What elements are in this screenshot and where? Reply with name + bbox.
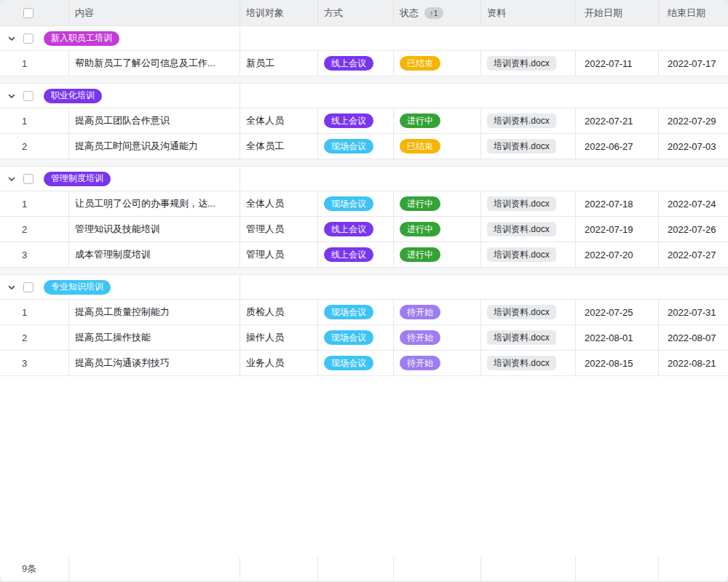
file-cell[interactable]: 培训资料.docx: [481, 325, 576, 350]
end-date-cell[interactable]: 2022-08-07: [659, 325, 728, 350]
row-number-cell[interactable]: 2: [0, 134, 69, 159]
row-number-cell[interactable]: 3: [0, 351, 69, 375]
start-date-cell[interactable]: 2022-07-18: [576, 191, 659, 216]
file-chip[interactable]: 培训资料.docx: [487, 305, 556, 319]
file-chip[interactable]: 培训资料.docx: [487, 222, 556, 236]
file-chip[interactable]: 培训资料.docx: [487, 56, 556, 71]
row-number-cell[interactable]: 2: [0, 325, 69, 350]
content-cell[interactable]: 提高员工沟通谈判技巧: [69, 351, 240, 375]
file-chip[interactable]: 培训资料.docx: [487, 330, 556, 345]
column-header-content[interactable]: 内容: [69, 0, 240, 25]
group-checkbox[interactable]: [23, 33, 33, 44]
content-cell[interactable]: 提高员工质量控制能力: [69, 300, 240, 324]
column-header-start-date[interactable]: 开始日期: [576, 0, 659, 25]
file-cell[interactable]: 培训资料.docx: [481, 300, 576, 324]
file-chip[interactable]: 培训资料.docx: [487, 247, 556, 262]
column-header-status[interactable]: 状态↑1: [394, 0, 481, 25]
content-cell[interactable]: 提高员工操作技能: [69, 325, 240, 350]
status-cell[interactable]: 待开始: [394, 300, 481, 324]
group-badge[interactable]: 职业化培训: [44, 89, 102, 103]
target-cell[interactable]: 管理人员: [240, 242, 318, 267]
sort-badge[interactable]: ↑1: [424, 7, 443, 19]
target-cell[interactable]: 新员工: [240, 51, 318, 76]
target-cell[interactable]: 全体人员: [240, 108, 318, 133]
end-date-cell[interactable]: 2022-07-17: [659, 51, 728, 76]
file-cell[interactable]: 培训资料.docx: [481, 51, 576, 76]
content-cell[interactable]: 提高员工时间意识及沟通能力: [69, 134, 240, 159]
file-cell[interactable]: 培训资料.docx: [481, 191, 576, 216]
select-all-checkbox[interactable]: [23, 8, 33, 18]
status-cell[interactable]: 进行中: [394, 217, 481, 242]
content-cell[interactable]: 让员工明了公司的办事规则，达...: [69, 191, 240, 216]
start-date-cell[interactable]: 2022-07-19: [576, 217, 659, 242]
method-cell[interactable]: 现场会议: [318, 191, 394, 216]
start-date-cell[interactable]: 2022-07-25: [576, 300, 659, 324]
file-cell[interactable]: 培训资料.docx: [481, 217, 576, 242]
group-checkbox[interactable]: [23, 91, 33, 101]
start-date-cell[interactable]: 2022-07-11: [576, 51, 659, 76]
row-number-cell[interactable]: 1: [0, 191, 69, 216]
file-chip[interactable]: 培训资料.docx: [487, 113, 556, 128]
content-cell[interactable]: 成本管理制度培训: [69, 242, 240, 267]
method-cell[interactable]: 线上会议: [318, 108, 394, 133]
row-number-cell[interactable]: 1: [0, 51, 69, 76]
column-header-end-date[interactable]: 结束日期: [659, 0, 728, 25]
end-date-cell[interactable]: 2022-07-31: [659, 300, 728, 324]
method-cell[interactable]: 现场会议: [318, 325, 394, 350]
file-cell[interactable]: 培训资料.docx: [481, 134, 576, 159]
content-cell[interactable]: 管理知识及技能培训: [69, 217, 240, 242]
target-cell[interactable]: 全体员工: [240, 134, 318, 159]
row-number-cell[interactable]: 1: [0, 300, 69, 324]
target-cell[interactable]: 操作人员: [240, 325, 318, 350]
method-cell[interactable]: 现场会议: [318, 134, 394, 159]
file-cell[interactable]: 培训资料.docx: [481, 351, 576, 375]
content-cell[interactable]: 提高员工团队合作意识: [69, 108, 240, 133]
status-cell[interactable]: 待开始: [394, 325, 481, 350]
status-cell[interactable]: 进行中: [394, 242, 481, 267]
chevron-down-icon[interactable]: [7, 34, 16, 43]
end-date-cell[interactable]: 2022-07-03: [659, 134, 728, 159]
content-cell[interactable]: 帮助新员工了解公司信息及工作...: [69, 51, 240, 76]
group-badge[interactable]: 新入职员工培训: [44, 31, 119, 46]
group-badge[interactable]: 管理制度培训: [44, 172, 111, 186]
file-chip[interactable]: 培训资料.docx: [487, 356, 556, 370]
status-cell[interactable]: 已结束: [394, 51, 481, 76]
method-cell[interactable]: 现场会议: [318, 351, 394, 375]
end-date-cell[interactable]: 2022-07-27: [659, 242, 728, 267]
row-number-cell[interactable]: 1: [0, 108, 69, 133]
end-date-cell[interactable]: 2022-07-29: [659, 108, 728, 133]
group-badge[interactable]: 专业知识培训: [44, 280, 111, 295]
file-chip[interactable]: 培训资料.docx: [487, 196, 556, 211]
start-date-cell[interactable]: 2022-06-27: [576, 134, 659, 159]
column-header-target[interactable]: 培训对象: [240, 0, 318, 25]
file-chip[interactable]: 培训资料.docx: [487, 139, 556, 154]
status-cell[interactable]: 待开始: [394, 351, 481, 375]
end-date-cell[interactable]: 2022-07-26: [659, 217, 728, 242]
method-cell[interactable]: 线上会议: [318, 242, 394, 267]
status-cell[interactable]: 进行中: [394, 191, 481, 216]
chevron-down-icon[interactable]: [7, 92, 16, 100]
start-date-cell[interactable]: 2022-07-20: [576, 242, 659, 267]
column-header-method[interactable]: 方式: [318, 0, 394, 25]
target-cell[interactable]: 业务人员: [240, 351, 318, 375]
status-cell[interactable]: 已结束: [394, 134, 481, 159]
method-cell[interactable]: 线上会议: [318, 51, 394, 76]
group-checkbox[interactable]: [23, 174, 33, 184]
end-date-cell[interactable]: 2022-08-21: [659, 351, 728, 375]
target-cell[interactable]: 全体人员: [240, 191, 318, 216]
chevron-down-icon[interactable]: [7, 283, 16, 292]
group-checkbox[interactable]: [23, 282, 33, 292]
start-date-cell[interactable]: 2022-08-01: [576, 325, 659, 350]
file-cell[interactable]: 培训资料.docx: [481, 242, 576, 267]
status-cell[interactable]: 进行中: [394, 108, 481, 133]
chevron-down-icon[interactable]: [7, 175, 16, 183]
target-cell[interactable]: 质检人员: [240, 300, 318, 324]
end-date-cell[interactable]: 2022-07-24: [659, 191, 728, 216]
file-cell[interactable]: 培训资料.docx: [481, 108, 576, 133]
target-cell[interactable]: 管理人员: [240, 217, 318, 242]
start-date-cell[interactable]: 2022-08-15: [576, 351, 659, 375]
column-header-file[interactable]: 资料: [481, 0, 576, 25]
method-cell[interactable]: 现场会议: [318, 300, 394, 324]
start-date-cell[interactable]: 2022-07-21: [576, 108, 659, 133]
row-number-cell[interactable]: 2: [0, 217, 69, 242]
